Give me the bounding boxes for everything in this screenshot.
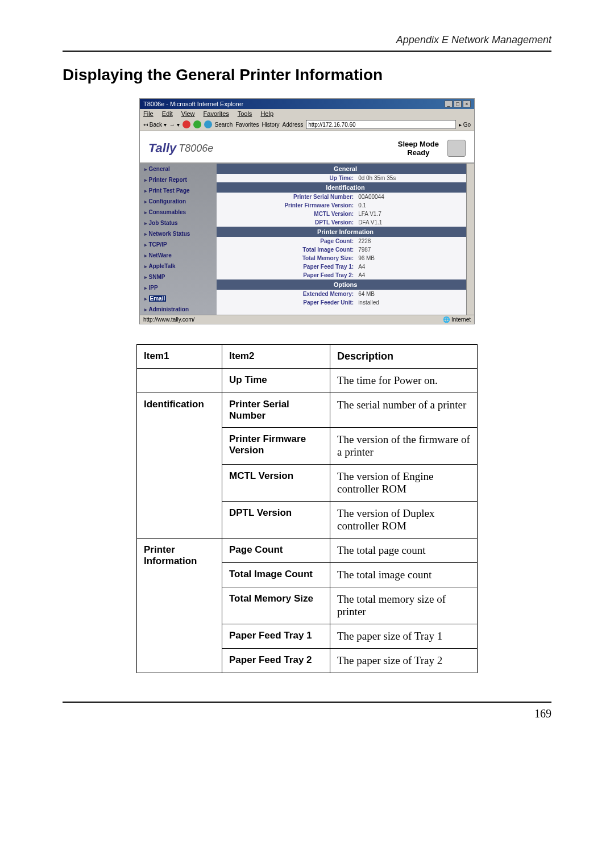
section-options: Options — [217, 279, 474, 290]
menu-edit[interactable]: Edit — [162, 110, 173, 117]
label-tray1: Paper Feed Tray 1: — [217, 264, 358, 270]
printer-mode: Sleep Mode Ready — [398, 140, 439, 157]
label-memory: Total Memory Size: — [217, 255, 358, 261]
tally-model: T8006e — [179, 143, 213, 155]
maximize-button[interactable]: □ — [454, 101, 462, 107]
label-dptl: DPTL Version: — [217, 219, 358, 226]
sidebar-item-print-test[interactable]: Print Test Page — [140, 185, 217, 196]
forward-button[interactable]: → ▾ — [169, 122, 180, 128]
value-pagecount: 2228 — [358, 238, 474, 244]
home-icon[interactable] — [204, 120, 212, 128]
sidebar-item-administration[interactable]: Administration — [140, 304, 217, 315]
appendix-header: Appendix E Network Management — [63, 34, 551, 46]
window-controls: _ □ × — [445, 101, 471, 107]
page-number: 169 — [63, 702, 551, 720]
th-item1: Item1 — [137, 345, 222, 369]
browser-screenshot: T8006e - Microsoft Internet Explorer _ □… — [139, 98, 475, 324]
back-button[interactable]: ↤ Back ▾ — [143, 122, 167, 128]
table-row: Paper Feed Tray 2 — [222, 649, 330, 673]
vertical-scrollbar[interactable] — [466, 164, 474, 315]
table-row: The paper size of Tray 1 — [330, 624, 478, 649]
menu-tools[interactable]: Tools — [238, 110, 252, 117]
value-feeder: installed — [358, 299, 474, 306]
sidebar-item-printer-report[interactable]: Printer Report — [140, 174, 217, 185]
stop-icon[interactable] — [182, 120, 190, 128]
history-button[interactable]: History — [262, 122, 279, 128]
label-imagecount: Total Image Count: — [217, 247, 358, 253]
address-label: Address — [283, 122, 304, 128]
sidebar-item-appletalk[interactable]: AppleTalk — [140, 261, 217, 272]
sidebar-item-snmp[interactable]: SNMP — [140, 272, 217, 282]
favorites-button[interactable]: Favorites — [235, 122, 259, 128]
label-uptime: Up Time: — [217, 175, 358, 181]
table-row: Total Memory Size — [222, 587, 330, 624]
value-tray1: A4 — [358, 264, 474, 270]
sidebar-item-netware[interactable]: NetWare — [140, 250, 217, 261]
go-button[interactable]: ▸ Go — [459, 122, 471, 128]
value-memory: 96 MB — [358, 255, 474, 261]
menu-favorites[interactable]: Favorites — [204, 110, 229, 117]
menu-help[interactable]: Help — [260, 110, 273, 117]
value-tray2: A4 — [358, 272, 474, 278]
label-tray2: Paper Feed Tray 2: — [217, 272, 358, 278]
main-panel: General Up Time:0d 0h 35m 35s Identifica… — [217, 164, 474, 315]
tally-logo: Tally — [148, 141, 176, 156]
table-row: The version of Duplex controller ROM — [330, 502, 478, 539]
label-pagecount: Page Count: — [217, 238, 358, 244]
th-description: Description — [330, 345, 478, 369]
description-table: Item1 Item2 Description Up Time The time… — [136, 344, 478, 673]
table-row: Up Time — [222, 369, 330, 393]
sidebar-item-configuration[interactable]: Configuration — [140, 196, 217, 207]
label-extmem: Extended Memory: — [217, 291, 358, 297]
th-item2: Item2 — [222, 345, 330, 369]
table-row: The paper size of Tray 2 — [330, 649, 478, 673]
sidebar-item-email[interactable]: Email — [140, 293, 217, 304]
table-row: The version of Engine controller ROM — [330, 465, 478, 502]
menu-file[interactable]: File — [143, 110, 154, 117]
sidebar-item-tcpip[interactable]: TCP/IP — [140, 239, 217, 250]
page-title: Displaying the General Printer Informati… — [63, 66, 551, 84]
label-serial: Printer Serial Number: — [217, 194, 358, 200]
menu-view[interactable]: View — [181, 110, 195, 117]
value-uptime: 0d 0h 35m 35s — [358, 175, 474, 181]
sidebar-item-job-status[interactable]: Job Status — [140, 218, 217, 228]
table-row: The version of the firmware of a printer — [330, 428, 478, 465]
value-serial: 00A00044 — [358, 194, 474, 200]
status-bar: http://www.tally.com/ 🌐 Internet — [140, 315, 474, 324]
close-button[interactable]: × — [463, 101, 471, 107]
label-firmware: Printer Firmware Version: — [217, 202, 358, 208]
section-general: General — [217, 164, 474, 174]
refresh-icon[interactable] — [193, 120, 201, 128]
status-right: 🌐 Internet — [443, 316, 471, 323]
sidebar-item-consumables[interactable]: Consumables — [140, 207, 217, 218]
value-mctl: LFA V1.7 — [358, 211, 474, 217]
sidebar-item-network-status[interactable]: Network Status — [140, 228, 217, 239]
sidebar-item-ipp[interactable]: IPP — [140, 282, 217, 293]
minimize-button[interactable]: _ — [445, 101, 453, 107]
table-row: The time for Power on. — [330, 369, 478, 393]
search-button[interactable]: Search — [215, 122, 233, 128]
table-row: Identification — [137, 393, 222, 539]
window-title: T8006e - Microsoft Internet Explorer — [143, 101, 243, 107]
table-row: Total Image Count — [222, 563, 330, 587]
table-row — [137, 369, 222, 393]
table-row: The serial number of a printer — [330, 393, 478, 428]
table-row: DPTL Version — [222, 502, 330, 539]
value-firmware: 0.1 — [358, 202, 474, 208]
section-identification: Identification — [217, 182, 474, 193]
menu-bar: File Edit View Favorites Tools Help — [140, 109, 474, 118]
table-row: Printer Information — [137, 539, 222, 673]
table-row: MCTL Version — [222, 465, 330, 502]
window-titlebar: T8006e - Microsoft Internet Explorer _ □… — [140, 99, 474, 109]
label-mctl: MCTL Version: — [217, 211, 358, 217]
header-divider — [63, 51, 551, 52]
value-extmem: 64 MB — [358, 291, 474, 297]
table-row: Paper Feed Tray 1 — [222, 624, 330, 649]
table-row: Page Count — [222, 539, 330, 563]
toolbar: ↤ Back ▾ → ▾ Search Favorites History Ad… — [140, 118, 474, 131]
sidebar-item-general[interactable]: General — [140, 164, 217, 174]
sidebar: General Printer Report Print Test Page C… — [140, 164, 217, 315]
status-left: http://www.tally.com/ — [143, 316, 194, 323]
address-input[interactable] — [306, 120, 456, 129]
table-row: The total memory size of printer — [330, 587, 478, 624]
